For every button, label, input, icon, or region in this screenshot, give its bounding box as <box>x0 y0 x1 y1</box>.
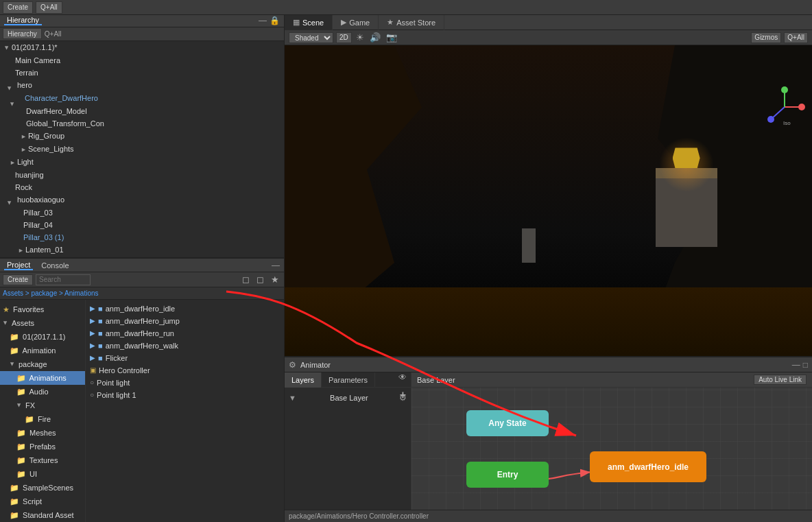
graph-breadcrumb: Base Layer <box>417 376 455 384</box>
left-panel: Hierarchy — 🔒 Hierarchy Q+All ►01(2017.1… <box>0 15 285 522</box>
base-layer-row[interactable]: ▼ Base Layer ⚙ <box>285 390 411 405</box>
file-flicker[interactable]: ▶ ■ Flicker <box>88 352 281 364</box>
h-maincamera[interactable]: Main Camera <box>0 54 284 67</box>
icon-btn-3[interactable]: ★ <box>269 274 281 285</box>
project-minimize-icon[interactable]: — <box>272 261 280 270</box>
parameters-tab[interactable]: Parameters <box>322 372 375 388</box>
image-icon[interactable]: 📷 <box>385 32 398 43</box>
project-tab[interactable]: Project <box>4 261 33 270</box>
asset-store-tab[interactable]: ★ Asset Store <box>379 15 444 30</box>
sidebar-meshes[interactable]: 📁 Meshes <box>0 426 85 440</box>
hierarchy-panel: Hierarchy — 🔒 Hierarchy Q+All ►01(2017.1… <box>0 15 284 259</box>
hierarchy-tab[interactable]: Hierarchy <box>4 16 42 25</box>
sidebar-animation[interactable]: 📁 Animation <box>0 344 85 357</box>
file-anm-jump[interactable]: ▶ ■ anm_dwarfHero_jump <box>88 315 281 327</box>
game-tab[interactable]: ▶ Game <box>333 15 379 30</box>
sidebar-standard-asset[interactable]: 📁 Standard Asset <box>0 508 85 522</box>
hierarchy-toolbar: Hierarchy Q+All <box>0 27 284 41</box>
h-character[interactable]: ► Character_DwarfHero <box>0 92 284 105</box>
sidebar-ui[interactable]: 📁 UI <box>0 467 85 481</box>
file-anm-idle[interactable]: ▶ ■ anm_dwarfHero_idle <box>88 302 281 315</box>
layer-collapse-icon[interactable]: ▼ <box>289 394 296 402</box>
h-lantern01[interactable]: ►Lantern_01 <box>0 244 284 257</box>
h-hero[interactable]: ►hero <box>0 79 284 92</box>
layers-tab[interactable]: Layers <box>285 372 322 388</box>
file-point-light[interactable]: ○ Point light <box>88 377 281 389</box>
hierarchy-create-btn[interactable]: Hierarchy <box>3 28 42 39</box>
2d-toggle[interactable]: 2D <box>336 32 352 43</box>
console-tab[interactable]: Console <box>38 261 71 270</box>
file-anm-run[interactable]: ▶ ■ anm_dwarfHero_run <box>88 327 281 340</box>
h-scene[interactable]: ►01(2017.1.1)* <box>0 41 284 54</box>
sidebar-samplescenes[interactable]: 📁 SampleScenes <box>0 481 85 495</box>
file-hero-controller[interactable]: ▣ Hero Controller <box>88 364 281 377</box>
minimize-icon[interactable]: — <box>259 16 267 25</box>
entry-node[interactable]: Entry <box>466 462 549 488</box>
hierarchy-search[interactable]: Q+All <box>45 30 62 38</box>
sidebar-audio[interactable]: 📁 Audio <box>0 385 85 399</box>
gizmos-btn[interactable]: Gizmos <box>751 32 781 43</box>
scene-tab[interactable]: ▦ Scene <box>285 15 333 30</box>
animator-content: Layers Parameters 👁 + ▼ Base Layer ⚙ <box>285 372 812 510</box>
file-anm-walk[interactable]: ▶ ■ anm_dwarfHero_walk <box>88 340 281 352</box>
right-panel: ▦ Scene ▶ Game ★ Asset Store Shaded 2D ☀ <box>285 15 812 522</box>
sidebar-01[interactable]: 📁 01(2017.1.1) <box>0 330 85 344</box>
sidebar-fire[interactable]: 📁 Fire <box>0 412 85 426</box>
svg-point-4 <box>781 86 788 93</box>
audio-icon[interactable]: 🔊 <box>368 32 382 43</box>
h-dwarfmodel[interactable]: DwarfHero_Model <box>0 105 284 117</box>
h-lantern01-1[interactable]: ►Lantern_01 (1) <box>0 257 284 257</box>
status-path: package/Animations/Hero Controller.contr… <box>289 512 429 520</box>
eye-icon[interactable]: 👁 <box>394 372 411 387</box>
h-rock[interactable]: Rock <box>0 181 284 193</box>
animator-tabs: Layers Parameters 👁 <box>285 372 411 388</box>
h-huobaxiaoguo[interactable]: ►huobaxiaoguo <box>0 193 284 206</box>
animator-header: ⚙ Animator — □ <box>285 357 812 372</box>
auto-live-link-btn[interactable]: Auto Live Link <box>754 375 807 385</box>
sidebar-script[interactable]: 📁 Script <box>0 495 85 508</box>
project-search[interactable] <box>36 274 91 285</box>
sidebar-prefabs[interactable]: 📁 Prefabs <box>0 440 85 453</box>
h-terrain[interactable]: Terrain <box>0 67 284 79</box>
animator-maximize[interactable]: □ <box>803 360 808 370</box>
any-state-node[interactable]: Any State <box>466 410 549 436</box>
sidebar-package[interactable]: ►package <box>0 357 85 371</box>
create-button[interactable]: Create <box>3 1 33 14</box>
h-huanjing[interactable]: huanjing <box>0 169 284 181</box>
platform-top <box>656 168 717 178</box>
sun-icon[interactable]: ☀ <box>355 32 366 43</box>
h-riggroup[interactable]: ►Rig_Group <box>0 130 284 143</box>
animator-icon: ⚙ <box>289 360 296 370</box>
h-scenelights[interactable]: ►Scene_Lights <box>0 143 284 156</box>
project-create-btn[interactable]: Create <box>3 274 33 285</box>
animator-panel: ⚙ Animator — □ Layers Parameters 👁 + <box>285 357 812 522</box>
h-globaltransform[interactable]: Global_Transform_Con <box>0 117 284 130</box>
shading-dropdown[interactable]: Shaded <box>289 32 333 43</box>
svg-point-5 <box>767 116 774 123</box>
scene-3d[interactable]: Iso <box>285 45 812 356</box>
h-light[interactable]: ►Light <box>0 156 284 169</box>
top-toolbar: Create Q+All <box>0 0 812 15</box>
sidebar-fx[interactable]: ►FX <box>0 399 85 412</box>
h-pillar04[interactable]: Pillar_04 <box>0 219 284 231</box>
all-button[interactable]: Q+All <box>36 1 62 14</box>
project-files: ▶ ■ anm_dwarfHero_idle ▶ ■ anm_dwarfHero… <box>86 300 284 522</box>
axis-gizmo: Iso <box>764 86 805 128</box>
sidebar-animations[interactable]: 📁 Animations <box>0 371 85 385</box>
gizmos-all-btn[interactable]: Q+All <box>784 32 808 43</box>
h-pillar03[interactable]: Pillar_03 <box>0 206 284 219</box>
animator-minimize[interactable]: — <box>792 360 800 370</box>
anim-idle-node[interactable]: anm_dwarfHero_idle <box>590 451 706 482</box>
animator-graph[interactable]: Base Layer Auto Live Link Any State Entr… <box>411 372 812 510</box>
svg-text:Iso: Iso <box>783 120 791 126</box>
sidebar-textures[interactable]: 📁 Textures <box>0 453 85 467</box>
add-layer-btn[interactable]: + <box>398 389 408 401</box>
sidebar-favorites[interactable]: ★ Favorites <box>0 302 85 316</box>
file-point-light-1[interactable]: ○ Point light 1 <box>88 389 281 401</box>
ground <box>285 287 812 356</box>
sidebar-assets[interactable]: ►Assets <box>0 316 85 330</box>
lock-icon[interactable]: 🔒 <box>270 16 280 25</box>
icon-btn-1[interactable]: ◻ <box>240 274 252 285</box>
icon-btn-2[interactable]: ◻ <box>254 274 266 285</box>
h-pillar03-1[interactable]: Pillar_03 (1) <box>0 231 284 244</box>
